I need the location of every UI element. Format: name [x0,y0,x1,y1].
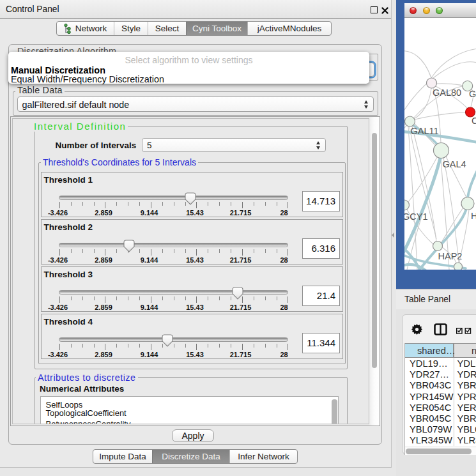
svg-text:GAL11: GAL11 [411,126,439,136]
svg-text:GAL4: GAL4 [443,159,466,169]
svg-text:GAL7: GAL7 [469,89,476,99]
svg-text:CDC25: CDC25 [472,116,476,126]
svg-text:HAP2: HAP2 [438,251,463,261]
svg-text:GCY1: GCY1 [404,211,428,222]
svg-text:GAL80: GAL80 [433,88,461,98]
svg-text:HAP4: HAP4 [471,211,476,221]
